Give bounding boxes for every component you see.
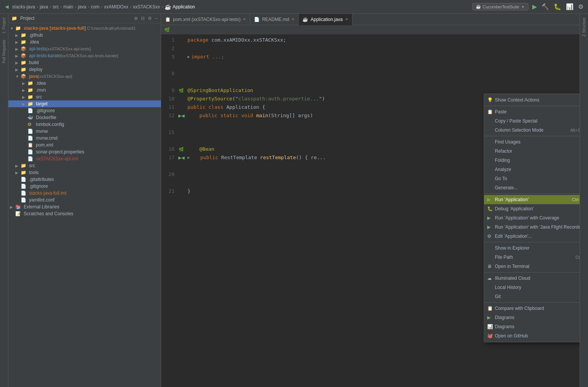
tree-item-yamllint[interactable]: ▶ 📄 yamllint.conf (8, 197, 161, 203)
deploy-label: deploy (29, 67, 42, 72)
breadcrumb-application[interactable]: Application (173, 4, 195, 10)
run-config-dropdown-icon[interactable]: ▼ (521, 5, 525, 9)
sidebar-icons: ⊕ ⊟ ⚙ – (134, 16, 158, 21)
tabs-bar: 📋 pom.xml (xxSTACKSxx-api-tests) ✕ 📄 REA… (161, 14, 580, 25)
menu-item-compare-clipboard[interactable]: 📋 Compare with Clipboard (484, 304, 580, 313)
open-in-terminal-label: Open in Terminal (495, 264, 530, 269)
menu-item-edit-application[interactable]: ⚙ Edit 'Application'... (484, 232, 580, 241)
menu-item-run-application[interactable]: ▶ Run 'Application' Ctrl+Shift+F10 (484, 195, 580, 204)
tree-item-target[interactable]: ▶ 📁 target (8, 100, 161, 107)
check-file-icon: ▶ (487, 315, 491, 320)
navigate-back-icon[interactable]: ◄ (4, 3, 10, 10)
tree-item-idea[interactable]: ▶ 📁 .idea (8, 39, 161, 45)
menu-item-generate[interactable]: Generate... Alt+Insert (484, 183, 580, 192)
run-button[interactable]: ▶ (531, 2, 538, 11)
application-close[interactable]: ✕ (345, 17, 348, 21)
collapse-icon[interactable]: ⊟ (141, 16, 145, 21)
profile-button[interactable]: 📊 (565, 2, 574, 11)
menu-item-refactor[interactable]: Refactor ▶ (484, 147, 580, 156)
project-vert-tab[interactable]: 1: Project (1, 15, 7, 36)
tree-item-sonar[interactable]: ▶ 📄 sonar-project.properties (8, 148, 161, 155)
breadcrumb-main[interactable]: main (63, 4, 73, 10)
tree-item-tools[interactable]: ▶ 📁 tools (8, 169, 161, 176)
pull-requests-vert-tab[interactable]: Pull Requests (1, 37, 7, 66)
tree-item-dockerfile[interactable]: ▶ 🐳 Dockerfile (8, 114, 161, 121)
menu-separator-1 (484, 106, 580, 106)
menu-item-local-history[interactable]: Local History ▶ (484, 283, 580, 292)
breadcrumb-xxstacksxx[interactable]: xxSTACKSxx (133, 4, 160, 10)
tree-item-pomxml[interactable]: ▶ 📋 pom.xml (8, 142, 161, 148)
menu-item-run-with-jfr[interactable]: ▶ Run 'Application' with 'Java Flight Re… (484, 223, 580, 232)
tab-pom[interactable]: 📋 pom.xml (xxSTACKSxx-api-tests) ✕ (161, 14, 250, 25)
readme-icon: 📄 (254, 17, 260, 22)
tree-item-src2[interactable]: ▶ 📁 src (8, 162, 161, 169)
menu-item-file-path[interactable]: File Path Ctrl+Alt+F12 (484, 253, 580, 262)
breadcrumb-xxamidoxx[interactable]: xxAMIDOxx (104, 4, 128, 10)
run-application-shortcut: Ctrl+Shift+F10 (572, 197, 580, 202)
run-application-label: Run 'Application' (495, 197, 529, 202)
tree-item-lombok[interactable]: ▶ ⚙ lombok.config (8, 121, 161, 128)
minimize-icon[interactable]: – (155, 16, 158, 21)
menu-item-illuminated-cloud[interactable]: ☁ Illuminated Cloud ▶ (484, 274, 580, 283)
run-config-selector[interactable]: ☕ CucumberTestSuite ▼ (472, 3, 528, 10)
terminal-icon: 🖥 (487, 264, 492, 269)
menu-item-paste[interactable]: 📋 Paste Ctrl+V (484, 107, 580, 116)
code-editor[interactable]: 1 2 3 8 9 10 11 12 15 16 17 20 21 (161, 34, 580, 387)
context-menu: 💡 Show Context Actions Alt+Enter 📋 Paste… (484, 94, 580, 342)
menu-item-show-context-actions[interactable]: 💡 Show Context Actions Alt+Enter (484, 95, 580, 105)
settings-button[interactable]: ⚙ (577, 2, 584, 11)
tree-item-java-module[interactable]: ▼ 📦 java [xxSTACKSxx-api] (8, 73, 161, 80)
menu-item-open-on-github[interactable]: 🐙 Open on GitHub ▶ (484, 331, 580, 340)
pom-close[interactable]: ✕ (243, 17, 246, 21)
tree-item-mvnw[interactable]: ▶ 📄 mvnw (8, 128, 161, 135)
menu-separator-4 (484, 242, 580, 242)
tree-item-idea2[interactable]: ▶ 📁 .idea (8, 80, 161, 87)
breadcrumb-java[interactable]: java (40, 4, 48, 10)
menu-item-open-in-terminal[interactable]: 🖥 Open in Terminal (484, 262, 580, 271)
tree-item-deploy[interactable]: ▶ 📁 deploy (8, 66, 161, 73)
tree-item-gitignore2[interactable]: ▶ 📄 .gitignore (8, 183, 161, 190)
breadcrumb-java2[interactable]: java (78, 4, 86, 10)
tree-item-mvnwcmd[interactable]: ▶ 📄 mvnw.cmd (8, 135, 161, 142)
menu-item-find-usages[interactable]: Find Usages Alt+F7 (484, 137, 580, 147)
menu-separator-3 (484, 194, 580, 194)
menu-item-run-with-coverage[interactable]: ▶ Run 'Application' with Coverage (484, 213, 580, 223)
tab-application[interactable]: ☕ Application.java ✕ (299, 14, 352, 25)
menu-item-goto[interactable]: Go To ▶ (484, 174, 580, 183)
menu-item-check-current-file[interactable]: ▶ Diagrams (484, 313, 580, 322)
paste-label: Paste (495, 109, 507, 114)
tree-item-api-tests-karate[interactable]: ▶ 📦 api-tests-karate [xxSTACKSxx-api-tes… (8, 52, 161, 59)
readme-close[interactable]: ✕ (291, 17, 294, 21)
breadcrumb-src[interactable]: src (53, 4, 59, 10)
add-icon[interactable]: ⊕ (134, 16, 138, 21)
menu-item-debug-application[interactable]: 🐛 Debug 'Application' (484, 204, 580, 213)
tree-item-mvn[interactable]: ▶ 📁 .mvn (8, 87, 161, 94)
tree-item-gitattributes[interactable]: ▶ 📄 .gitattributes (8, 176, 161, 183)
tree-item-external-libs[interactable]: ▶ 📚 External Libraries (8, 203, 161, 210)
tree-item-build[interactable]: ▶ 📁 build (8, 59, 161, 66)
tab-readme[interactable]: 📄 README.md ✕ (250, 14, 299, 25)
tree-item-github[interactable]: ▶ 📁 .github (8, 32, 161, 39)
menu-item-copy-paste-special[interactable]: Copy / Paste Special ▶ (484, 116, 580, 126)
tree-item-gitignore1[interactable]: ▶ 📄 .gitignore (8, 107, 161, 114)
menu-item-git[interactable]: Git ▶ (484, 292, 580, 301)
tree-item-stacks-iml[interactable]: ▶ 📄 stacks-java-full.iml (8, 190, 161, 197)
breadcrumb-stacks-java[interactable]: stacks-java (12, 4, 35, 10)
menu-item-folding[interactable]: Folding ▶ (484, 156, 580, 165)
z-structure-tab[interactable]: Z Structure (581, 15, 587, 39)
java-module-label: java (29, 74, 38, 79)
tree-item-scratches[interactable]: ▶ 📝 Scratches and Consoles (8, 210, 161, 217)
build-button[interactable]: 🔨 (541, 2, 550, 11)
tree-item-iml[interactable]: ▶ 📄 xxSTACKSxx-api.iml (8, 155, 161, 162)
tree-item-src[interactable]: ▶ 📁 src (8, 94, 161, 100)
menu-item-show-in-explorer[interactable]: Show in Explorer (484, 243, 580, 253)
tree-item-api-tests[interactable]: ▶ 📦 api-tests [xxSTACKSxx-api-tests] (8, 45, 161, 52)
build-label: build (29, 60, 39, 65)
gear-icon[interactable]: ⚙ (148, 16, 152, 21)
tree-item-root[interactable]: ▼ 📁 stacks-java [stacks-java-full] C:\Us… (8, 25, 161, 32)
menu-item-column-selection[interactable]: Column Selection Mode Alt+Shift+Insert (484, 126, 580, 135)
debug-button[interactable]: 🐛 (553, 2, 562, 11)
breadcrumb-com[interactable]: com (91, 4, 100, 10)
menu-item-analyze[interactable]: Analyze ▶ (484, 165, 580, 174)
menu-item-diagrams[interactable]: 📊 Diagrams ▶ (484, 322, 580, 331)
